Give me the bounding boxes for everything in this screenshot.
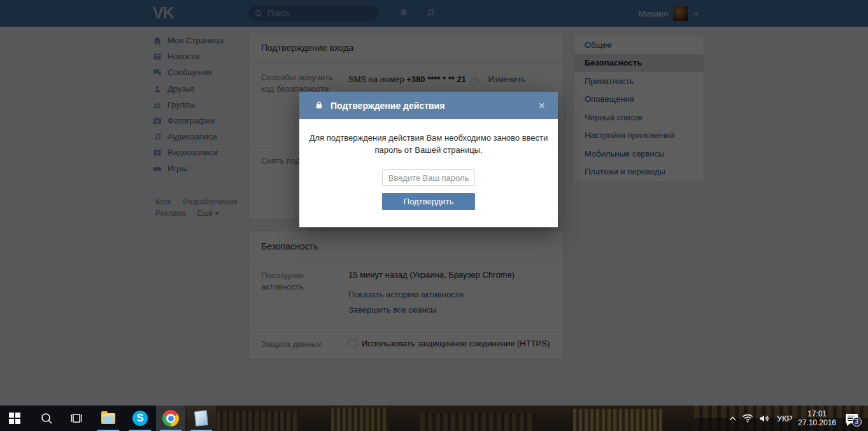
modal-title: Подтверждение действия (331, 101, 534, 111)
modal-text: Для подтверждения действия Вам необходим… (308, 132, 550, 156)
taskbar-search-button[interactable] (32, 406, 61, 431)
modal-body: Для подтверждения действия Вам необходим… (299, 119, 558, 210)
close-icon[interactable]: × (534, 98, 549, 113)
confirm-button[interactable]: Подтвердить (382, 193, 475, 210)
notepad-icon (194, 410, 208, 427)
volume-button[interactable] (757, 406, 772, 431)
start-button[interactable] (0, 406, 29, 431)
chrome-button[interactable] (156, 406, 185, 431)
search-icon (40, 412, 53, 425)
vk-page: VK Михаил ▼ Моя Страниц (0, 0, 868, 406)
windows-taskbar: S УКР (0, 406, 868, 431)
skype-button[interactable]: S (125, 406, 155, 431)
password-input[interactable] (382, 169, 475, 186)
tray-time: 17:01 (798, 409, 836, 418)
language-indicator[interactable]: УКР (773, 406, 796, 431)
skype-icon: S (132, 411, 148, 426)
confirm-action-modal: Подтверждение действия × Для подтвержден… (299, 92, 558, 227)
modal-header: Подтверждение действия × (299, 92, 558, 119)
notification-badge: 3 (852, 417, 862, 427)
file-explorer-icon (101, 413, 115, 424)
screen: VK Михаил ▼ Моя Страниц (0, 0, 868, 431)
task-view-icon (69, 413, 83, 424)
wifi-button[interactable] (740, 406, 755, 431)
clock[interactable]: 17:01 27.10.2016 (796, 406, 838, 431)
lock-icon (315, 101, 324, 110)
file-explorer-button[interactable] (94, 406, 123, 431)
task-view-button[interactable] (62, 406, 91, 431)
action-center-button[interactable]: 3 (841, 406, 862, 431)
windows-logo-icon (9, 413, 20, 424)
wifi-icon (742, 414, 753, 423)
speaker-icon (759, 414, 770, 423)
notepad-button[interactable] (187, 406, 216, 431)
chevron-up-icon (729, 416, 736, 421)
chrome-icon (162, 410, 179, 427)
tray-expand-button[interactable] (726, 406, 739, 431)
tray-date: 27.10.2016 (798, 418, 836, 427)
